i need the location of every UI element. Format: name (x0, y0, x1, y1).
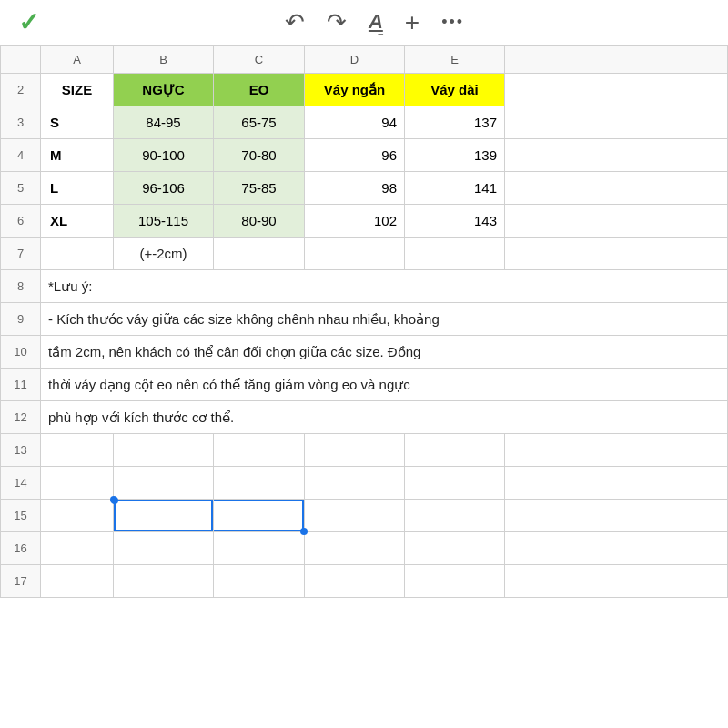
add-button[interactable]: + (405, 8, 420, 37)
row-num-9: 9 (1, 303, 41, 336)
cell-a11[interactable]: thời váy dạng cột eo nên có thể tăng giả… (41, 369, 728, 401)
cell-b5[interactable]: 96-106 (114, 172, 214, 205)
cell-e6[interactable]: 143 (405, 205, 505, 238)
sheet-table: A B C D E 2 SIZE NGỰC EO Váy ngắn Váy dà… (0, 46, 728, 598)
row-num-2: 2 (1, 74, 41, 106)
cell-e15[interactable] (405, 500, 505, 532)
table-row: 16 (1, 532, 728, 565)
cell-d3[interactable]: 94 (305, 106, 405, 139)
cell-c14[interactable] (214, 467, 305, 500)
cell-c13[interactable] (214, 434, 305, 467)
cell-d15[interactable] (305, 500, 405, 532)
table-row: 4 M 90-100 70-80 96 139 (1, 139, 728, 172)
cell-d5[interactable]: 98 (305, 172, 405, 205)
cell-extra-17 (505, 565, 728, 598)
cell-b3[interactable]: 84-95 (114, 106, 214, 139)
row-num-3: 3 (1, 106, 41, 139)
cell-a14[interactable] (41, 467, 114, 500)
cell-e4[interactable]: 139 (405, 139, 505, 172)
row-num-10: 10 (1, 336, 41, 369)
cell-a4[interactable]: M (41, 139, 114, 172)
table-row: 14 (1, 467, 728, 500)
table-row: 3 S 84-95 65-75 94 137 (1, 106, 728, 139)
cell-c2[interactable]: EO (214, 74, 305, 106)
cell-d7 (305, 238, 405, 270)
cell-a6[interactable]: XL (41, 205, 114, 238)
cell-extra-4 (505, 139, 728, 172)
row-num-15: 15 (1, 500, 41, 532)
cell-e16[interactable] (405, 532, 505, 565)
cell-b4[interactable]: 90-100 (114, 139, 214, 172)
table-row: 11 thời váy dạng cột eo nên có thể tăng … (1, 369, 728, 401)
toolbar-center: ↶ ↷ A̲ + ••• (285, 8, 464, 37)
cell-a15[interactable] (41, 500, 114, 532)
cell-d17[interactable] (305, 565, 405, 598)
cell-c17[interactable] (214, 565, 305, 598)
row-num-12: 12 (1, 401, 41, 434)
toolbar: ✓ ↶ ↷ A̲ + ••• (0, 0, 728, 46)
cell-b15[interactable] (114, 500, 214, 532)
cell-c4[interactable]: 70-80 (214, 139, 305, 172)
column-header-row: A B C D E (1, 46, 728, 74)
cell-d4[interactable]: 96 (305, 139, 405, 172)
cell-e13[interactable] (405, 434, 505, 467)
cell-a8[interactable]: *Lưu ý: (41, 270, 728, 303)
cell-b14[interactable] (114, 467, 214, 500)
more-button[interactable]: ••• (441, 13, 464, 32)
cell-a2[interactable]: SIZE (41, 74, 114, 106)
cell-e2[interactable]: Váy dài (405, 74, 505, 106)
cell-b16[interactable] (114, 532, 214, 565)
col-header-d[interactable]: D (305, 46, 405, 74)
cell-a17[interactable] (41, 565, 114, 598)
col-header-c[interactable]: C (214, 46, 305, 74)
undo-button[interactable]: ↶ (285, 8, 305, 36)
col-header-extra (505, 46, 728, 74)
cell-d6[interactable]: 102 (305, 205, 405, 238)
cell-c15[interactable] (214, 500, 305, 532)
cell-a12[interactable]: phù hợp với kích thước cơ thể. (41, 401, 728, 434)
cell-a16[interactable] (41, 532, 114, 565)
cell-extra-16 (505, 532, 728, 565)
cell-c16[interactable] (214, 532, 305, 565)
cell-a3[interactable]: S (41, 106, 114, 139)
cell-a13[interactable] (41, 434, 114, 467)
cell-e5[interactable]: 141 (405, 172, 505, 205)
col-header-e[interactable]: E (405, 46, 505, 74)
table-row: 5 L 96-106 75-85 98 141 (1, 172, 728, 205)
row-num-7: 7 (1, 238, 41, 270)
col-header-a[interactable]: A (41, 46, 114, 74)
cell-extra-6 (505, 205, 728, 238)
cell-e3[interactable]: 137 (405, 106, 505, 139)
cell-e17[interactable] (405, 565, 505, 598)
table-row: 2 SIZE NGỰC EO Váy ngắn Váy dài (1, 74, 728, 106)
table-row: 13 (1, 434, 728, 467)
cell-a10[interactable]: tầm 2cm, nên khách có thể cân đối chọn g… (41, 336, 728, 369)
cell-b13[interactable] (114, 434, 214, 467)
cell-a5[interactable]: L (41, 172, 114, 205)
row-num-5: 5 (1, 172, 41, 205)
format-text-button[interactable]: A̲ (369, 10, 383, 35)
cell-e14[interactable] (405, 467, 505, 500)
table-row: 6 XL 105-115 80-90 102 143 (1, 205, 728, 238)
row-num-8: 8 (1, 270, 41, 303)
cell-d14[interactable] (305, 467, 405, 500)
cell-a9[interactable]: - Kích thước váy giữa các size không chê… (41, 303, 728, 336)
checkmark-button[interactable]: ✓ (18, 7, 39, 37)
cell-b7[interactable]: (+-2cm) (114, 238, 214, 270)
cell-b17[interactable] (114, 565, 214, 598)
cell-c5[interactable]: 75-85 (214, 172, 305, 205)
cell-extra-7 (505, 238, 728, 270)
cell-d16[interactable] (305, 532, 405, 565)
cell-c6[interactable]: 80-90 (214, 205, 305, 238)
cell-b2[interactable]: NGỰC (114, 74, 214, 106)
cell-c3[interactable]: 65-75 (214, 106, 305, 139)
redo-button[interactable]: ↷ (327, 8, 347, 36)
col-header-b[interactable]: B (114, 46, 214, 74)
row-num-13: 13 (1, 434, 41, 467)
cell-b6[interactable]: 105-115 (114, 205, 214, 238)
cell-d13[interactable] (305, 434, 405, 467)
cell-d2[interactable]: Váy ngắn (305, 74, 405, 106)
table-row: 15 (1, 500, 728, 532)
cell-a7[interactable] (41, 238, 114, 270)
toolbar-left: ✓ (18, 7, 39, 37)
